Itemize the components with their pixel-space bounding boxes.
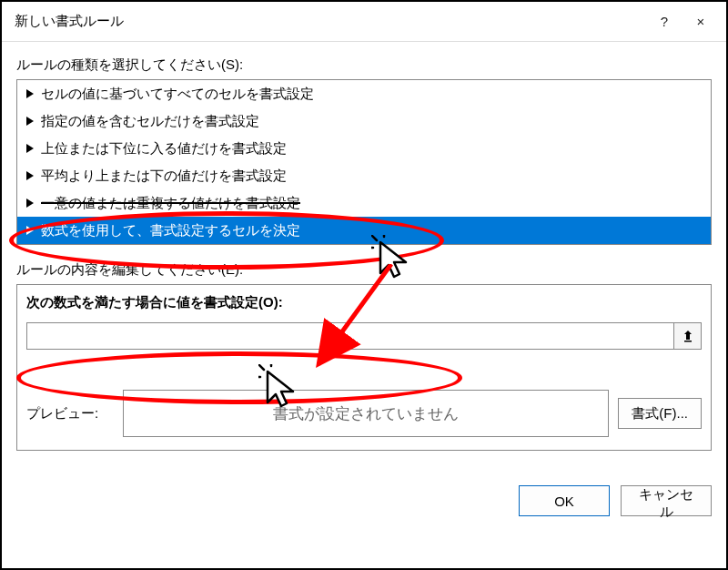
titlebar: 新しい書式ルール ? ×	[2, 2, 726, 42]
formula-label: 次の数式を満たす場合に値を書式設定(O):	[26, 294, 702, 311]
triangle-right-icon	[26, 171, 34, 180]
range-picker-button[interactable]	[674, 322, 702, 350]
triangle-right-icon	[26, 144, 34, 153]
rule-edit-panel: 次の数式を満たす場合に値を書式設定(O): プレビュー: 書式が設定されていませ…	[16, 284, 712, 451]
cancel-button[interactable]: キャンセル	[621, 485, 712, 516]
triangle-right-icon	[26, 89, 34, 98]
rule-type-item-label: セルの値に基づいてすべてのセルを書式設定	[41, 86, 314, 103]
close-button[interactable]: ×	[682, 8, 719, 36]
help-button[interactable]: ?	[646, 8, 682, 36]
svg-rect-0	[684, 341, 692, 342]
rule-type-item[interactable]: セルの値に基づいてすべてのセルを書式設定	[17, 80, 711, 107]
rule-type-item-label: 上位または下位に入る値だけを書式設定	[41, 140, 287, 158]
rule-type-item-selected[interactable]: 数式を使用して、書式設定するセルを決定	[17, 217, 711, 244]
triangle-right-icon	[26, 226, 34, 235]
rule-type-listbox[interactable]: セルの値に基づいてすべてのセルを書式設定 指定の値を含むセルだけを書式設定 上位…	[16, 79, 712, 245]
preview-box: 書式が設定されていません	[123, 390, 609, 437]
rule-type-item[interactable]: 一意の値または重複する値だけを書式設定	[17, 189, 711, 217]
dialog-title: 新しい書式ルール	[15, 13, 646, 30]
rule-type-section-label: ルールの種類を選択してください(S):	[16, 56, 712, 74]
rule-type-item-label: 指定の値を含むセルだけを書式設定	[41, 113, 259, 130]
preview-label: プレビュー:	[26, 405, 114, 422]
formula-row	[26, 322, 702, 350]
rule-type-item[interactable]: 平均より上または下の値だけを書式設定	[17, 162, 711, 189]
triangle-right-icon	[26, 117, 34, 126]
rule-type-item[interactable]: 上位または下位に入る値だけを書式設定	[17, 135, 711, 162]
dialog-content: ルールの種類を選択してください(S): セルの値に基づいてすべてのセルを書式設定…	[2, 42, 726, 474]
ok-button[interactable]: OK	[519, 485, 610, 516]
preview-row: プレビュー: 書式が設定されていません 書式(F)...	[26, 390, 702, 437]
triangle-right-icon	[26, 198, 34, 208]
rule-type-item-label: 平均より上または下の値だけを書式設定	[41, 168, 287, 185]
dialog-footer: OK キャンセル	[2, 474, 726, 529]
rule-type-item[interactable]: 指定の値を含むセルだけを書式設定	[17, 107, 711, 135]
formula-input[interactable]	[26, 322, 674, 350]
range-picker-icon	[682, 330, 694, 342]
rule-edit-section-label: ルールの内容を編集してください(E):	[16, 261, 712, 279]
dialog-frame: 新しい書式ルール ? × ルールの種類を選択してください(S): セルの値に基づ…	[0, 0, 728, 570]
rule-type-item-label: 数式を使用して、書式設定するセルを決定	[41, 222, 300, 239]
rule-type-item-label: 一意の値または重複する値だけを書式設定	[41, 195, 300, 212]
format-button[interactable]: 書式(F)...	[618, 398, 702, 429]
